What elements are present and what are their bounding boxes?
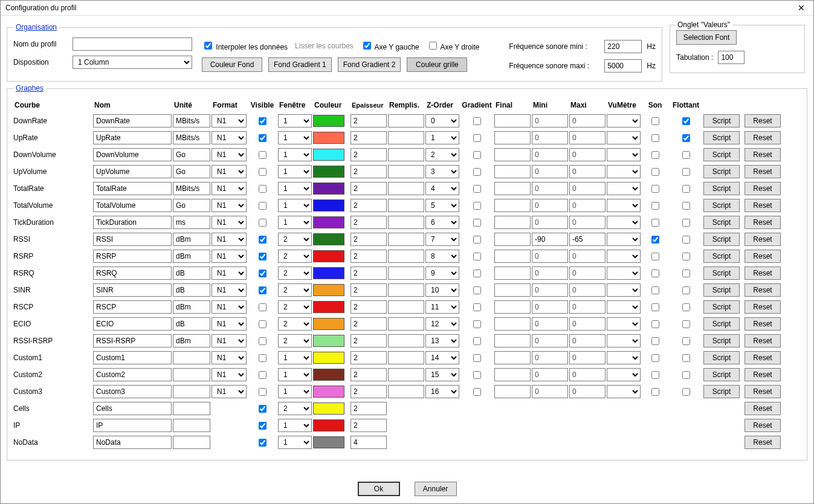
curve-zorder-select[interactable]: 16	[425, 385, 459, 398]
disposition-select[interactable]: 1 Column	[73, 56, 192, 69]
curve-window-select[interactable]: 1	[278, 182, 312, 195]
curve-vumeter-select[interactable]	[607, 385, 641, 398]
curve-visible-checkbox[interactable]	[259, 286, 266, 294]
curve-sound-checkbox[interactable]	[651, 168, 659, 176]
curve-fill-input[interactable]	[388, 165, 424, 178]
curve-color-swatch[interactable]	[313, 250, 344, 262]
curve-sound-checkbox[interactable]	[651, 117, 659, 125]
curve-color-swatch[interactable]	[313, 301, 344, 313]
curve-fill-input[interactable]	[388, 148, 424, 161]
curve-name-input[interactable]	[93, 402, 172, 415]
curve-unit-input[interactable]	[173, 334, 210, 347]
curve-thickness-input[interactable]	[350, 216, 387, 229]
curve-script-button[interactable]: Script	[703, 165, 740, 178]
curve-format-select[interactable]: N1	[212, 131, 247, 144]
curve-sound-checkbox[interactable]	[651, 371, 659, 379]
curve-reset-button[interactable]: Reset	[745, 351, 781, 364]
curve-vumeter-select[interactable]	[607, 148, 641, 161]
curve-gradient-checkbox[interactable]	[473, 202, 481, 210]
curve-sound-checkbox[interactable]	[651, 202, 659, 210]
curve-final-input[interactable]	[494, 300, 531, 314]
curve-script-button[interactable]: Script	[703, 233, 740, 246]
curve-window-select[interactable]: 2	[278, 233, 312, 246]
curve-script-button[interactable]: Script	[703, 385, 740, 398]
curve-fill-input[interactable]	[388, 317, 424, 331]
curve-thickness-input[interactable]	[350, 165, 387, 178]
curve-name-input[interactable]	[93, 283, 172, 297]
curve-name-input[interactable]	[93, 131, 172, 144]
curve-gradient-checkbox[interactable]	[473, 168, 481, 176]
curve-gradient-checkbox[interactable]	[473, 303, 481, 311]
curve-unit-input[interactable]	[173, 385, 210, 398]
curve-thickness-input[interactable]	[350, 131, 387, 144]
curve-mini-input[interactable]	[532, 368, 568, 381]
curve-format-select[interactable]: N1	[212, 283, 247, 297]
curve-name-input[interactable]	[93, 148, 172, 161]
curve-maxi-input[interactable]	[569, 368, 606, 381]
curve-visible-checkbox[interactable]	[259, 202, 266, 210]
curve-unit-input[interactable]	[173, 436, 210, 449]
curve-float-checkbox[interactable]	[682, 371, 690, 379]
curve-thickness-input[interactable]	[350, 283, 387, 297]
curve-final-input[interactable]	[494, 199, 531, 212]
curve-gradient-checkbox[interactable]	[473, 236, 481, 244]
curve-visible-checkbox[interactable]	[259, 168, 266, 176]
curve-float-checkbox[interactable]	[682, 185, 690, 193]
curve-visible-checkbox[interactable]	[259, 354, 266, 362]
curve-format-select[interactable]: N1	[212, 182, 247, 195]
curve-window-select[interactable]: 1	[278, 385, 312, 398]
curve-window-select[interactable]: 1	[278, 148, 312, 161]
curve-reset-button[interactable]: Reset	[745, 114, 781, 128]
curve-maxi-input[interactable]	[569, 267, 606, 280]
curve-mini-input[interactable]	[532, 250, 568, 263]
curve-window-select[interactable]: 2	[278, 250, 312, 263]
curve-maxi-input[interactable]	[569, 351, 606, 364]
curve-float-checkbox[interactable]	[682, 168, 690, 176]
ok-button[interactable]: Ok	[358, 482, 400, 496]
curve-thickness-input[interactable]	[350, 436, 387, 449]
curve-format-select[interactable]: N1	[212, 199, 247, 212]
curve-color-swatch[interactable]	[313, 183, 344, 195]
curve-float-checkbox[interactable]	[682, 117, 690, 125]
curve-thickness-input[interactable]	[350, 351, 387, 364]
curve-vumeter-select[interactable]	[607, 317, 641, 331]
curve-thickness-input[interactable]	[350, 385, 387, 398]
curve-final-input[interactable]	[494, 250, 531, 263]
curve-gradient-checkbox[interactable]	[473, 354, 481, 362]
curve-final-input[interactable]	[494, 131, 531, 144]
curve-visible-checkbox[interactable]	[259, 320, 266, 328]
curve-final-input[interactable]	[494, 114, 531, 128]
curve-reset-button[interactable]: Reset	[745, 300, 781, 314]
curve-sound-checkbox[interactable]	[651, 286, 659, 294]
curve-script-button[interactable]: Script	[703, 148, 740, 161]
curve-window-select[interactable]: 1	[278, 419, 312, 432]
curve-final-input[interactable]	[494, 351, 531, 364]
curve-name-input[interactable]	[93, 267, 172, 280]
curve-zorder-select[interactable]: 10	[425, 283, 459, 297]
curve-gradient-checkbox[interactable]	[473, 337, 481, 345]
curve-color-swatch[interactable]	[313, 233, 344, 245]
curve-mini-input[interactable]	[532, 216, 568, 229]
curve-vumeter-select[interactable]	[607, 233, 641, 246]
curve-window-select[interactable]: 1	[278, 351, 312, 364]
curve-reset-button[interactable]: Reset	[745, 402, 781, 415]
curve-final-input[interactable]	[494, 165, 531, 178]
curve-fill-input[interactable]	[388, 182, 424, 195]
curve-fill-input[interactable]	[388, 351, 424, 364]
curve-script-button[interactable]: Script	[703, 351, 740, 364]
gradient1-button[interactable]: Fond Gradient 1	[268, 57, 332, 72]
curve-mini-input[interactable]	[532, 351, 568, 364]
curve-color-swatch[interactable]	[313, 132, 344, 144]
curve-color-swatch[interactable]	[313, 352, 344, 364]
tabulation-input[interactable]	[718, 51, 745, 64]
curve-visible-checkbox[interactable]	[259, 422, 266, 430]
curve-gradient-checkbox[interactable]	[473, 286, 481, 294]
curve-gradient-checkbox[interactable]	[473, 371, 481, 379]
curve-thickness-input[interactable]	[350, 114, 387, 128]
curve-final-input[interactable]	[494, 385, 531, 398]
curve-zorder-select[interactable]: 7	[425, 233, 459, 246]
curve-zorder-select[interactable]: 8	[425, 250, 459, 263]
curve-color-swatch[interactable]	[313, 318, 344, 330]
curve-name-input[interactable]	[93, 334, 172, 347]
curve-maxi-input[interactable]	[569, 334, 606, 347]
